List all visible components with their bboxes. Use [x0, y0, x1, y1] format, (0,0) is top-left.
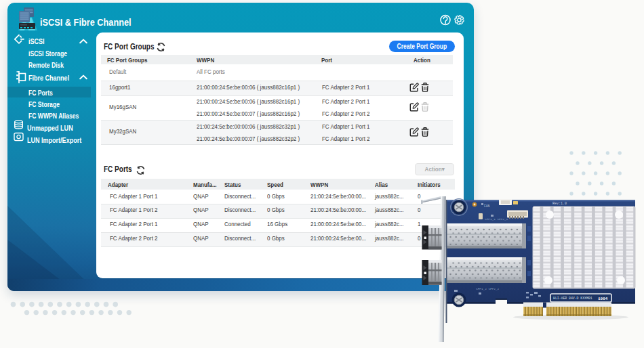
svg-text:HLI-VER 04V-D KXXM01: HLI-VER 04V-D KXXM01: [553, 297, 592, 300]
svg-text:SFP1_1 SFP2_1: SFP1_1 SFP2_1: [485, 217, 508, 221]
svg-text:FAN: FAN: [484, 204, 490, 208]
svg-text:SFP1_2 SFP2_2: SFP1_2 SFP2_2: [476, 287, 500, 290]
svg-text:1904: 1904: [598, 297, 608, 301]
svg-text:Rev:1.0: Rev:1.0: [552, 202, 567, 206]
